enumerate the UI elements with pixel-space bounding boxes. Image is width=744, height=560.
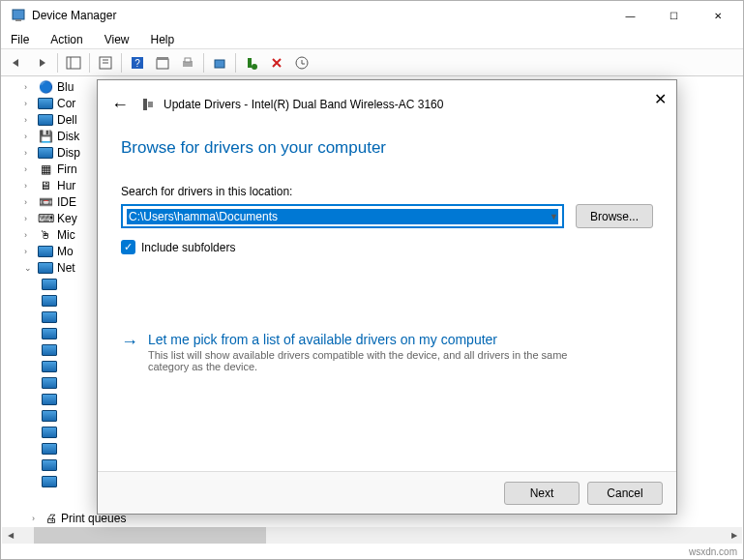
svg-rect-17 <box>143 99 147 110</box>
scan-icon[interactable] <box>208 51 231 74</box>
scroll-right-icon[interactable]: ▶ <box>726 527 742 544</box>
svg-rect-13 <box>215 60 224 68</box>
monitor-icon <box>38 244 53 259</box>
menubar: File Action View Help <box>1 30 743 49</box>
scroll-left-icon[interactable]: ◀ <box>2 527 18 544</box>
device-icon <box>140 97 156 112</box>
adapter-icon <box>42 344 57 356</box>
minimize-button[interactable]: — <box>609 1 652 30</box>
horizontal-scrollbar[interactable]: ◀ ▶ <box>2 527 742 544</box>
pick-description: This list will show available drivers co… <box>148 349 574 372</box>
pick-title: Let me pick from a list of available dri… <box>148 332 574 347</box>
svg-text:?: ? <box>134 58 140 69</box>
back-icon[interactable] <box>5 51 28 74</box>
svg-rect-12 <box>185 58 191 62</box>
scroll-thumb[interactable] <box>34 527 266 544</box>
firmware-icon: ▦ <box>38 162 53 177</box>
keyboard-icon: ⌨ <box>38 211 53 226</box>
adapter-icon <box>42 311 57 323</box>
adapter-icon <box>42 295 57 307</box>
adapter-icon <box>42 476 57 487</box>
properties-icon[interactable] <box>94 51 117 74</box>
svg-rect-18 <box>148 102 153 107</box>
adapter-icon <box>42 394 57 405</box>
computer-icon <box>38 96 53 111</box>
menu-help[interactable]: Help <box>147 31 179 48</box>
disable-icon[interactable] <box>265 51 288 74</box>
adapter-icon <box>42 443 57 455</box>
dialog-title: Update Drivers - Intel(R) Dual Band Wire… <box>164 98 443 111</box>
mouse-icon: 🖱 <box>38 227 53 243</box>
enable-icon[interactable] <box>240 51 263 74</box>
adapter-icon <box>42 410 57 422</box>
dialog-heading: Browse for drivers on your computer <box>121 138 653 158</box>
toolbar: ? <box>1 49 743 76</box>
menu-file[interactable]: File <box>7 31 33 48</box>
menu-view[interactable]: View <box>101 31 134 48</box>
network-icon <box>38 260 53 276</box>
action-icon[interactable] <box>151 51 174 74</box>
svg-rect-2 <box>67 57 80 69</box>
adapter-icon <box>42 427 57 438</box>
titlebar: Device Manager — ☐ ✕ <box>1 1 743 30</box>
include-subfolders-checkbox[interactable]: ✓ <box>121 240 135 254</box>
dialog-back-button[interactable]: ← <box>111 95 129 115</box>
printer-icon: 🖨 <box>45 512 57 525</box>
display-icon <box>38 145 53 161</box>
show-hide-icon[interactable] <box>62 51 85 74</box>
svg-rect-14 <box>248 58 252 68</box>
update-drivers-dialog: ← Update Drivers - Intel(R) Dual Band Wi… <box>97 79 677 515</box>
watermark: wsxdn.com <box>689 546 737 557</box>
adapter-icon <box>42 328 57 339</box>
disk-icon: 💾 <box>38 129 53 144</box>
computer-icon <box>38 112 53 128</box>
adapter-icon <box>42 459 57 471</box>
svg-point-15 <box>252 64 257 70</box>
maximize-button[interactable]: ☐ <box>652 1 696 30</box>
adapter-icon <box>42 279 57 290</box>
arrow-right-icon: → <box>121 332 138 372</box>
dialog-close-button[interactable]: ✕ <box>654 90 667 108</box>
svg-rect-1 <box>15 19 21 21</box>
pick-from-list-option[interactable]: → Let me pick from a list of available d… <box>121 332 653 372</box>
uninstall-icon[interactable] <box>290 51 313 74</box>
include-subfolders-label: Include subfolders <box>141 241 235 254</box>
adapter-icon <box>42 377 57 389</box>
browse-button[interactable]: Browse... <box>576 204 653 228</box>
app-icon <box>11 8 26 23</box>
path-combobox[interactable]: ▼ <box>121 204 564 228</box>
help-icon[interactable]: ? <box>126 51 149 74</box>
print-icon[interactable] <box>176 51 199 74</box>
search-location-label: Search for drivers in this location: <box>121 185 653 198</box>
adapter-icon <box>42 361 57 372</box>
window-title: Device Manager <box>32 9 609 22</box>
forward-icon[interactable] <box>30 51 53 74</box>
next-button[interactable]: Next <box>504 482 580 505</box>
bluetooth-icon: 🔵 <box>38 79 53 95</box>
close-button[interactable]: ✕ <box>696 1 739 30</box>
path-input[interactable] <box>127 209 558 224</box>
chevron-down-icon[interactable]: ▼ <box>550 212 558 221</box>
svg-rect-10 <box>157 57 168 60</box>
menu-action[interactable]: Action <box>46 31 86 48</box>
svg-rect-9 <box>157 59 168 69</box>
cancel-button[interactable]: Cancel <box>587 482 663 505</box>
hid-icon: 🖥 <box>38 178 53 193</box>
ide-icon: 📼 <box>38 194 53 210</box>
svg-rect-0 <box>13 10 24 19</box>
